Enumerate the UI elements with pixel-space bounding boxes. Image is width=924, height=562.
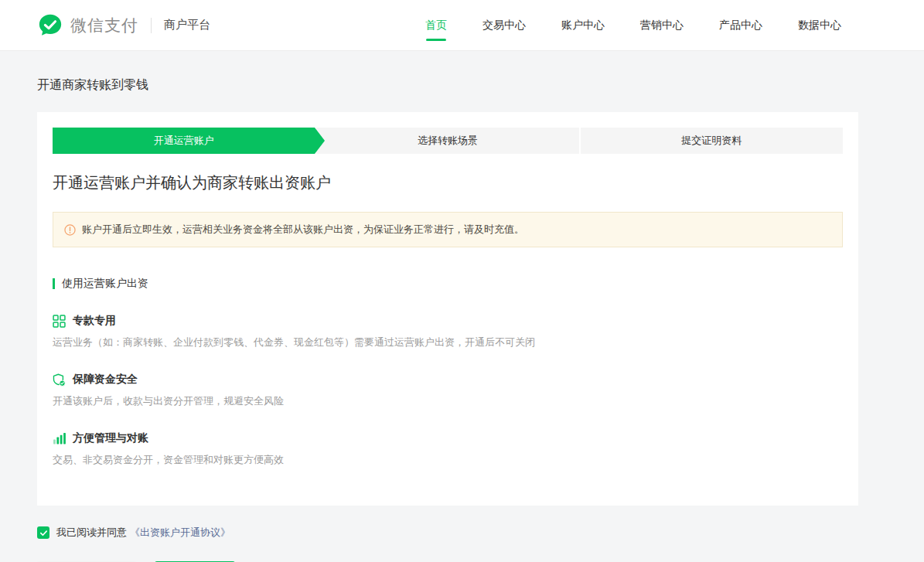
page-title: 开通商家转账到零钱 [37,77,858,94]
nav-item-marketing-center[interactable]: 营销中心 [639,1,685,50]
nav-item-transaction-center[interactable]: 交易中心 [481,1,527,50]
feature-dedicated-funds: 专款专用 运营业务（如：商家转账、企业付款到零钱、代金券、现金红包等）需要通过运… [53,314,843,349]
feature-easy-reconciliation: 方便管理与对账 交易、非交易资金分开，资金管理和对账更方便高效 [53,431,843,467]
card-heading: 开通运营账户并确认为商家转账出资账户 [53,172,843,193]
agreement-text: 我已阅读并同意 [56,526,127,540]
feature-title: 方便管理与对账 [73,431,148,445]
main-content: 开通商家转账到零钱 开通运营账户 选择转账场景 提交证明资料 开通运营账户并确认… [0,77,924,562]
notice-text: 账户开通后立即生效，运营相关业务资金将全部从该账户出资，为保证业务正常进行，请及… [82,223,524,237]
header-divider [151,18,152,33]
logo-group: 微信支付 商户平台 [37,12,210,39]
nav-item-data-center[interactable]: 数据中心 [796,1,843,50]
nav-item-account-center[interactable]: 账户中心 [560,1,606,50]
section-title-row: 使用运营账户出资 [53,277,843,291]
platform-label: 商户平台 [164,18,210,32]
grid-icon [53,315,66,328]
check-icon [39,529,48,537]
bar-chart-icon [53,432,66,445]
logo-text: 微信支付 [70,15,138,36]
notice-banner: 账户开通后立即生效，运营相关业务资金将全部从该账户出资，为保证业务正常进行，请及… [53,212,843,247]
agreement-row: 我已阅读并同意 《出资账户开通协议》 [37,526,858,540]
agreement-link[interactable]: 《出资账户开通协议》 [130,526,230,540]
wechat-pay-logo-icon [37,12,63,39]
feature-desc: 开通该账户后，收款与出资分开管理，规避安全风险 [53,394,843,408]
feature-desc: 运营业务（如：商家转账、企业付款到零钱、代金券、现金红包等）需要通过运营账户出资… [53,335,843,349]
nav-item-product-center[interactable]: 产品中心 [718,1,764,50]
step-open-operating-account: 开通运营账户 [53,128,315,154]
top-header: 微信支付 商户平台 首页 交易中心 账户中心 营销中心 产品中心 数据中心 [0,0,924,51]
nav-item-home[interactable]: 首页 [424,1,448,50]
step-submit-proof-material: 提交证明资料 [581,128,843,154]
shield-icon [53,373,66,387]
section-title-accent-bar [53,278,55,289]
step-select-transfer-scene: 选择转账场景 [316,128,578,154]
onboarding-card: 开通运营账户 选择转账场景 提交证明资料 开通运营账户并确认为商家转账出资账户 … [37,112,858,506]
feature-fund-security: 保障资金安全 开通该账户后，收款与出资分开管理，规避安全风险 [53,373,843,408]
section-title: 使用运营账户出资 [62,277,148,291]
feature-desc: 交易、非交易资金分开，资金管理和对账更方便高效 [53,453,843,467]
warning-icon [64,224,76,236]
main-nav: 首页 交易中心 账户中心 营销中心 产品中心 数据中心 [424,1,843,50]
step-wizard: 开通运营账户 选择转账场景 提交证明资料 [53,128,843,154]
agreement-checkbox[interactable] [37,526,49,539]
feature-title: 专款专用 [73,314,116,328]
feature-title: 保障资金安全 [73,373,138,387]
